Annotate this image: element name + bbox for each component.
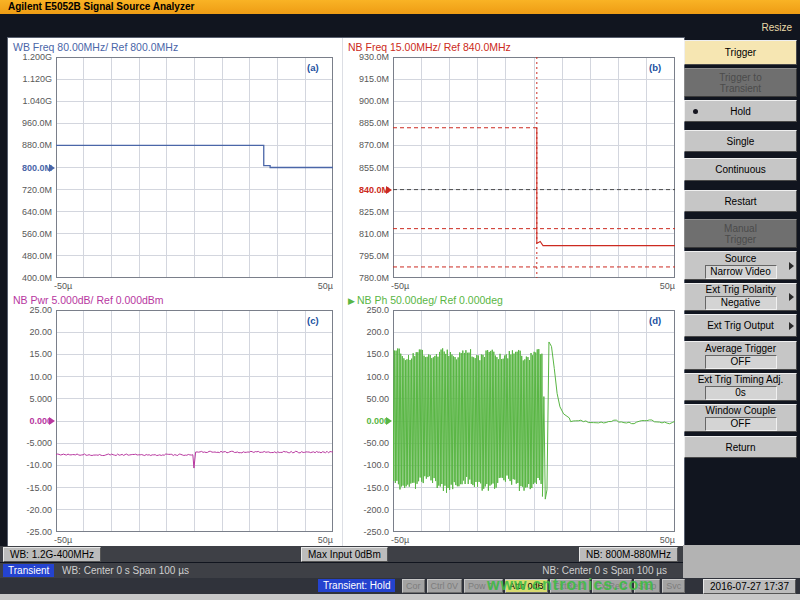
y-tick-label: -5.000 bbox=[8, 438, 52, 448]
y-tick-label: 795.0M bbox=[345, 251, 389, 261]
softkey-label: Single bbox=[727, 136, 755, 147]
y-tick-label: 25.00 bbox=[8, 305, 52, 315]
y-tick-label: -100.0 bbox=[345, 460, 389, 470]
footer-row-ranges: WB: 1.2G-400MHz Max Input 0dBm NB: 800M-… bbox=[0, 546, 683, 562]
y-tick-label: 780.0M bbox=[345, 273, 389, 283]
nb-sweep-readout: NB: Center 0 s Span 100 µs bbox=[542, 563, 667, 578]
x-tick-label: 50µ bbox=[303, 535, 333, 545]
softkey-menu: TriggerTrigger toTransientHoldSingleCont… bbox=[684, 0, 797, 600]
y-tick-label: 150.0 bbox=[345, 349, 389, 359]
softkey-label: Window Couple bbox=[705, 405, 775, 416]
y-tick-label: 800.0M bbox=[8, 163, 52, 173]
datetime-readout: 2016-07-27 17:37 bbox=[703, 579, 796, 594]
title-bar: Agilent E5052B Signal Source Analyzer bbox=[0, 0, 800, 14]
softkey-value: OFF bbox=[705, 417, 777, 431]
indicator-pow-0v: Pow 0V bbox=[464, 579, 503, 593]
indicator-extref2: ExtRef2 bbox=[592, 579, 632, 593]
y-tick-label: 480.0M bbox=[8, 251, 52, 261]
plot-d-canvas bbox=[393, 310, 675, 532]
softkey-hold[interactable]: Hold bbox=[684, 100, 797, 122]
indicator-svc: Svc bbox=[662, 579, 685, 593]
submenu-arrow-icon bbox=[789, 293, 794, 301]
y-tick-label: -20.00 bbox=[8, 505, 52, 515]
x-tick-label: 50µ bbox=[645, 535, 675, 545]
y-tick-label: 720.0M bbox=[8, 185, 52, 195]
softkey-manual-trigger: ManualTrigger bbox=[684, 219, 797, 248]
x-tick-label: -50µ bbox=[54, 281, 72, 291]
softkey-average-trigger[interactable]: Average TriggerOFF bbox=[684, 341, 797, 370]
y-tick-label: -15.00 bbox=[8, 483, 52, 493]
y-tick-label: -150.0 bbox=[345, 483, 389, 493]
ref-marker-icon bbox=[49, 164, 55, 172]
y-tick-label: 1.040G bbox=[8, 96, 52, 106]
y-tick-label: 250.0 bbox=[345, 305, 389, 315]
softkey-ext-trig-timing-adj[interactable]: Ext Trig Timing Adj.0s bbox=[684, 373, 797, 401]
y-tick-label: 10.00 bbox=[8, 372, 52, 382]
softkey-restart[interactable]: Restart bbox=[684, 190, 797, 212]
ref-marker-icon bbox=[386, 417, 392, 425]
plot-c-canvas bbox=[56, 310, 333, 532]
selected-bullet-icon bbox=[693, 109, 698, 114]
y-tick-label: -200.0 bbox=[345, 505, 389, 515]
indicator-extref1: ExtRef1 bbox=[550, 579, 590, 593]
y-tick-label: 885.0M bbox=[345, 118, 389, 128]
y-tick-label: 960.0M bbox=[8, 118, 52, 128]
y-tick-label: -25.00 bbox=[8, 527, 52, 537]
y-tick-label: 400.0M bbox=[8, 273, 52, 283]
y-tick-label: 50.00 bbox=[345, 394, 389, 404]
y-tick-label: 1.200G bbox=[8, 52, 52, 62]
softkey-menu-title: Trigger bbox=[684, 40, 797, 65]
softkey-trigger-to-transient: Trigger toTransient bbox=[684, 68, 797, 97]
softkey-value: OFF bbox=[705, 355, 777, 369]
plot-a-canvas bbox=[56, 57, 333, 278]
indicator-cor: Cor bbox=[402, 579, 425, 593]
x-tick-label: -50µ bbox=[391, 281, 409, 291]
x-tick-label: -50µ bbox=[54, 535, 72, 545]
softkey-window-couple[interactable]: Window CoupleOFF bbox=[684, 404, 797, 432]
submenu-arrow-icon bbox=[789, 262, 794, 270]
softkey-value: Narrow Video bbox=[705, 265, 777, 279]
y-tick-label: 560.0M bbox=[8, 229, 52, 239]
y-tick-label: 15.00 bbox=[8, 349, 52, 359]
softkey-label: Source bbox=[725, 253, 757, 264]
ref-marker-icon bbox=[49, 417, 55, 425]
ref-marker-icon bbox=[386, 186, 392, 194]
y-tick-label: -10.00 bbox=[8, 460, 52, 470]
indicator-ctrl-0v: Ctrl 0V bbox=[427, 579, 463, 593]
app-title: Agilent E5052B Signal Source Analyzer bbox=[8, 1, 194, 12]
instrument-screen: Agilent E5052B Signal Source Analyzer Re… bbox=[0, 0, 800, 600]
submenu-arrow-icon bbox=[789, 322, 794, 330]
softkey-single[interactable]: Single bbox=[684, 130, 797, 152]
y-tick-label: 900.0M bbox=[345, 96, 389, 106]
indicator-attn-0db: Attn 0dB bbox=[505, 579, 548, 593]
y-tick-label: 0.000 bbox=[345, 416, 389, 426]
max-input-readout: Max Input 0dBm bbox=[301, 547, 388, 562]
footer-corner-panel bbox=[683, 545, 800, 578]
softkey-return[interactable]: Return bbox=[684, 436, 797, 458]
softkey-value: 0s bbox=[705, 386, 777, 400]
plot-area: WB Freq 80.00MHz/ Ref 800.0MHz(a)1.200G1… bbox=[7, 37, 685, 548]
y-tick-label: 915.0M bbox=[345, 74, 389, 84]
wb-range-readout: WB: 1.2G-400MHz bbox=[3, 547, 101, 562]
status-indicators: CorCtrl 0VPow 0VAttn 0dBExtRef1ExtRef2St… bbox=[402, 579, 685, 593]
softkey-continuous[interactable]: Continuous bbox=[684, 158, 797, 181]
y-tick-label: 840.0M bbox=[345, 185, 389, 195]
softkey-label: Continuous bbox=[715, 164, 766, 175]
softkey-label: Ext Trig Output bbox=[707, 320, 774, 331]
y-tick-label: 100.0 bbox=[345, 372, 389, 382]
plot-column-divider bbox=[342, 38, 343, 547]
y-tick-label: 810.0M bbox=[345, 229, 389, 239]
y-tick-label: 200.0 bbox=[345, 327, 389, 337]
softkey-label: Restart bbox=[724, 196, 756, 207]
softkey-ext-trig-output[interactable]: Ext Trig Output bbox=[684, 314, 797, 337]
y-tick-label: 870.0M bbox=[345, 140, 389, 150]
x-tick-label: 50µ bbox=[303, 281, 333, 291]
footer-row-sweep: Transient WB: Center 0 s Span 100 µs NB:… bbox=[0, 563, 683, 578]
x-tick-label: -50µ bbox=[391, 535, 409, 545]
softkey-ext-trig-polarity[interactable]: Ext Trig PolarityNegative bbox=[684, 283, 797, 311]
softkey-label: Ext Trig Timing Adj. bbox=[698, 374, 784, 385]
softkey-source[interactable]: SourceNarrow Video bbox=[684, 251, 797, 280]
softkey-label: Return bbox=[725, 442, 755, 453]
softkey-label: Average Trigger bbox=[705, 343, 776, 354]
y-tick-label: 0.000 bbox=[8, 416, 52, 426]
